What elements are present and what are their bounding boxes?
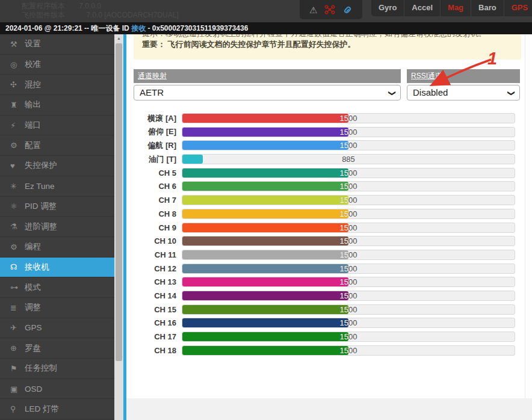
sensor-status-accel[interactable]: Accel — [404, 0, 440, 16]
channel-row: CH 615001500 — [126, 181, 532, 191]
output-icon: ♜ — [10, 100, 25, 110]
sidebar-item-label: PID 调整 — [25, 201, 57, 212]
sidebar-item[interactable]: ✣混控 — [0, 75, 114, 95]
channel-bar-track: 15001500 — [182, 127, 515, 137]
device-info-bar: 2024-01-06 @ 21:29:21 -- 唯一设备 ID 接收 - 0x… — [0, 22, 532, 34]
channel-value-overlay: 1500 — [182, 141, 348, 150]
sidebar-item[interactable]: ◎校准 — [0, 55, 114, 75]
warning-icon: ⚠ — [309, 5, 317, 14]
content-scrollbar[interactable]: ▲ — [114, 34, 123, 420]
sidebar-item-label: LED 灯带 — [25, 404, 59, 415]
channel-label: 偏航 [R] — [126, 140, 176, 151]
compass-icon: ⊕ — [10, 344, 25, 353]
channel-row: 油门 [T]885885 — [126, 154, 532, 164]
sidebar-item[interactable]: ⊶模式 — [0, 277, 114, 298]
channel-label: CH 14 — [126, 291, 176, 300]
channel-map-value: AETR — [140, 87, 164, 97]
sidebar-item-label: 罗盘 — [25, 343, 41, 354]
sensor-status-gyro[interactable]: Gyro — [371, 0, 404, 16]
sidebar-item[interactable]: ⚒设置 — [0, 34, 114, 55]
link-icon[interactable] — [342, 5, 353, 14]
sidebar-item[interactable]: ⚡端口 — [0, 116, 114, 136]
sidebar-item-label: 编程 — [25, 241, 41, 252]
rssi-channel-value: Disabled — [413, 87, 448, 97]
app-header: 配置程序版本 7.0.0.0 飞控固件版本 7.0.0 [AOCODARCH7D… — [0, 0, 532, 22]
sidebar-item[interactable]: ⚑任务控制 — [0, 359, 114, 379]
channel-row: CH 1115001500 — [126, 250, 532, 260]
content-footer-band — [126, 398, 532, 420]
sidebar-item-label: OSD — [25, 384, 42, 394]
channel-value-overlay: 1500 — [182, 223, 348, 232]
channel-bar-track: 15001500 — [182, 195, 515, 205]
rssi-channel-select[interactable]: Disabled ❯ — [407, 85, 520, 100]
sidebar-item[interactable]: ⚲LED 灯带 — [0, 399, 114, 419]
channel-label: CH 9 — [126, 223, 176, 232]
sensor-status-baro[interactable]: Baro — [471, 0, 504, 16]
channel-label: CH 12 — [126, 264, 176, 273]
channel-label: CH 13 — [126, 277, 176, 286]
sidebar-item-label: 输出 — [25, 99, 41, 110]
connection-status-box: ⚠ — [300, 0, 362, 19]
notice-line-important: 重要： 飞行前阅读文档的失控保护章节并且配置好失控保护。 — [142, 39, 513, 50]
annotation-number: 1 — [487, 49, 497, 69]
device-id-text: - 0x5000273031511939373436 — [146, 24, 248, 32]
sidebar-item[interactable]: ⊕罗盘 — [0, 338, 114, 359]
ports-icon: ⚡ — [10, 121, 25, 130]
channel-bar-track: 15001500 — [182, 304, 515, 315]
channel-value-overlay: 1500 — [182, 250, 348, 259]
sidebar-item-label: 任务控制 — [25, 363, 57, 374]
sidebar-item[interactable]: ⚙配置 — [0, 135, 114, 156]
channel-label: CH 11 — [126, 250, 176, 259]
inav-configurator-window: 配置程序版本 7.0.0.0 飞控固件版本 7.0.0 [AOCODARCH7D… — [0, 0, 532, 420]
sidebar-item[interactable]: ⚙编程 — [0, 237, 114, 258]
sidebar-item[interactable]: ♥失控保护 — [0, 156, 114, 176]
advanced-tuning-icon: ⚗ — [10, 222, 25, 231]
channel-value-overlay: 1500 — [182, 277, 348, 286]
sidebar-item[interactable]: ▣OSD — [0, 379, 114, 400]
channel-row: CH 815001500 — [126, 209, 532, 219]
osd-icon: ▣ — [10, 384, 25, 394]
scrollbar-thumb[interactable] — [116, 43, 122, 361]
sidebar-item-label: 失控保护 — [25, 160, 57, 171]
channel-bar-track: 15001500 — [182, 264, 515, 274]
channel-label: CH 5 — [126, 168, 176, 178]
channel-value-overlay: 1500 — [182, 236, 348, 246]
sidebar-item[interactable]: ⚗进阶调整 — [0, 217, 114, 237]
sidebar-item[interactable]: ☊接收机 — [0, 258, 114, 278]
channel-bar-track: 15001500 — [182, 345, 515, 356]
channel-row: 横滚 [A]15001500 — [126, 113, 532, 123]
mixer-icon: ✣ — [10, 80, 25, 89]
sidebar-item[interactable]: ≣调整 — [0, 298, 114, 318]
led-strip-icon: ⚲ — [10, 404, 25, 413]
sidebar-item[interactable]: ✳Ez Tune — [0, 176, 114, 197]
channel-map-select[interactable]: AETR ❯ — [134, 85, 401, 100]
sensor-status-mag[interactable]: Mag — [440, 0, 471, 16]
channel-bar-track: 15001500 — [182, 223, 515, 233]
sidebar-item-label: 设置 — [25, 39, 41, 49]
channel-row: CH 1015001500 — [126, 236, 532, 246]
sidebar-item[interactable]: ♜输出 — [0, 95, 114, 116]
channel-row: CH 1715001500 — [126, 332, 532, 342]
channel-value-overlay: 1500 — [182, 168, 348, 178]
sensor-status-gps[interactable]: GPS — [504, 0, 532, 16]
drone-icon — [324, 5, 335, 14]
receiver-link[interactable]: 接收 — [131, 24, 146, 32]
magic-wand-icon: ✳ — [10, 182, 25, 191]
pid-tuning-icon: ⚛ — [10, 202, 25, 211]
channel-label: CH 7 — [126, 196, 176, 205]
channel-bar-track: 15001500 — [182, 291, 515, 301]
chevron-down-icon: ❯ — [504, 90, 519, 96]
firmware-version-value: 7.0.0 [AOCODARCH7DUAL] — [86, 11, 178, 19]
sidebar-item[interactable]: ✈GPS — [0, 318, 114, 339]
channel-bar-track: 15001500 — [182, 181, 515, 191]
sidebar-item-label: 模式 — [25, 282, 41, 293]
calibration-icon: ◎ — [10, 60, 25, 69]
gear-icon: ⚙ — [10, 141, 25, 150]
channel-row: CH 1615001500 — [126, 318, 532, 328]
sidebar-item-label: 配置 — [25, 140, 41, 151]
sensor-status-bar: GyroAccelMagBaroGPSFlow — [371, 0, 532, 16]
scroll-up-icon[interactable]: ▲ — [114, 34, 123, 43]
channel-label: CH 18 — [126, 346, 176, 355]
sidebar-item[interactable]: ⚛PID 调整 — [0, 197, 114, 217]
channel-label: 俯仰 [E] — [126, 126, 176, 137]
